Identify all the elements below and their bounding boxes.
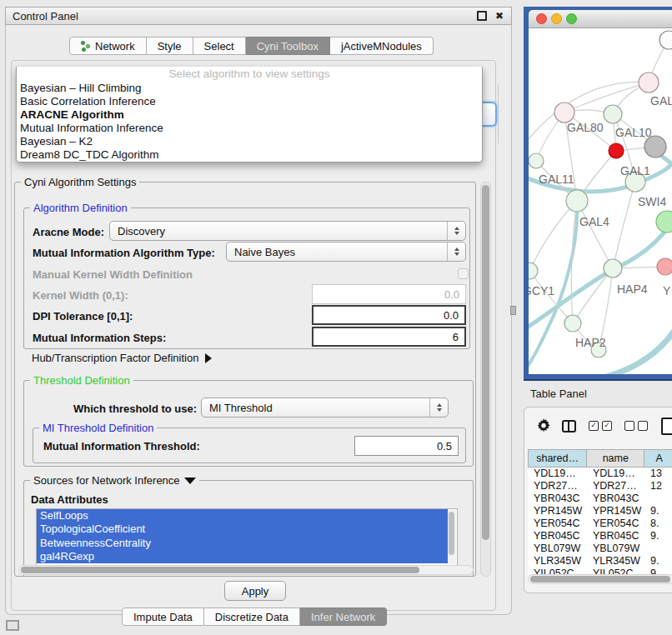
- algorithm-option[interactable]: ARACNE Algorithm: [17, 108, 482, 122]
- tab-network[interactable]: Network: [69, 37, 147, 55]
- table-row[interactable]: YBR045CYBR045C9.: [528, 530, 672, 542]
- tab-jactivemnodules[interactable]: jActiveMNodules: [330, 37, 434, 55]
- data-attribute-item[interactable]: SelfLoops: [37, 509, 448, 522]
- aracne-mode-combo[interactable]: Discovery: [109, 221, 466, 241]
- table-horizontal-scrollbar[interactable]: [528, 574, 672, 584]
- network-node-gcy1[interactable]: [529, 262, 538, 279]
- table-row[interactable]: YLR345WYLR345W9.: [528, 555, 672, 568]
- sources-title-text: Sources for Network Inference: [33, 474, 180, 487]
- table-row[interactable]: YBL079WYBL079W: [528, 542, 672, 555]
- network-node[interactable]: [656, 211, 672, 232]
- table-cell: 8.: [644, 518, 672, 530]
- hub-definition-label: Hub/Transcription Factor Definition: [32, 352, 198, 364]
- mi-steps-field[interactable]: 6: [312, 327, 466, 347]
- select-all-checks-icon[interactable]: ✓✓: [589, 421, 612, 431]
- mi-algorithm-type-value: Naive Bayes: [234, 246, 295, 258]
- control-panel-tabs: NetworkStyleSelectCyni ToolboxjActiveMNo…: [69, 37, 434, 55]
- column-header-2[interactable]: name: [587, 449, 644, 468]
- settings-vertical-scrollbar[interactable]: [480, 182, 491, 577]
- bottom-tab-infer-network[interactable]: Infer Network: [300, 608, 387, 626]
- table-row[interactable]: YDR27…YDR27…12: [528, 480, 672, 492]
- tab-style[interactable]: Style: [147, 37, 193, 55]
- table-cell: YDR27…: [587, 480, 644, 492]
- zoom-window-button[interactable]: [566, 13, 577, 24]
- algorithm-option[interactable]: Bayesian – K2: [17, 135, 482, 148]
- node-label: HAP4: [617, 282, 648, 296]
- table-row[interactable]: YER054CYER054C8.: [528, 518, 672, 530]
- table-cell: YER054C: [528, 518, 587, 530]
- algorithm-definition-title: Algorithm Definition: [30, 202, 131, 214]
- algorithm-option[interactable]: Bayesian – Hill Climbing: [17, 82, 482, 95]
- close-panel-icon[interactable]: ✖: [495, 11, 504, 21]
- mi-threshold-field[interactable]: 0.5: [354, 436, 459, 456]
- columns-icon[interactable]: [562, 420, 576, 432]
- document-icon[interactable]: [661, 418, 672, 435]
- data-attribute-item[interactable]: TopologicalCoefficient: [37, 522, 448, 536]
- deselect-all-checks-icon[interactable]: [624, 421, 648, 431]
- application-window: Control Panel ✖ NetworkStyleSelectCyni T…: [0, 0, 672, 635]
- table-row[interactable]: YDL19…YDL19…13: [528, 468, 672, 480]
- threshold-definition-title: Threshold Definition: [30, 374, 133, 387]
- tab-label: jActiveMNodules: [341, 40, 422, 52]
- data-attribute-item[interactable]: gal4RGexp: [37, 550, 448, 563]
- bottom-tab-discretize-data[interactable]: Discretize Data: [204, 608, 300, 626]
- network-node-gal1[interactable]: [609, 143, 624, 158]
- close-window-button[interactable]: [536, 13, 547, 24]
- network-node-gal11[interactable]: [529, 153, 544, 168]
- bottom-tab-impute-data[interactable]: Impute Data: [122, 608, 204, 626]
- column-header-1[interactable]: shared…: [528, 449, 587, 468]
- settings-horizontal-scrollbar[interactable]: [18, 565, 474, 575]
- table-row[interactable]: YBR043CYBR043C: [528, 492, 672, 505]
- combo-stepper-icon: [429, 398, 448, 417]
- apply-button[interactable]: Apply: [224, 581, 286, 601]
- dpi-tolerance-field[interactable]: 0.0: [312, 305, 466, 325]
- hub-definition-section[interactable]: Hub/Transcription Factor Definition: [32, 352, 212, 364]
- manual-kernel-checkbox[interactable]: [458, 268, 469, 279]
- mi-algorithm-type-label: Mutual Information Algorithm Type:: [33, 247, 215, 259]
- kernel-width-field[interactable]: 0.0: [312, 284, 466, 304]
- network-icon: [81, 41, 91, 52]
- which-threshold-combo[interactable]: MI Threshold: [201, 398, 449, 418]
- panel-divider-grip[interactable]: [510, 306, 516, 315]
- algorithm-option[interactable]: Mutual Information Inference: [17, 122, 482, 135]
- network-node-y[interactable]: [657, 258, 672, 275]
- minimized-panel-grip[interactable]: [6, 620, 19, 631]
- table-header-row: shared…nameA: [528, 449, 672, 468]
- float-panel-icon[interactable]: [477, 11, 487, 21]
- node-label: SWI4: [638, 195, 666, 208]
- algorithm-option[interactable]: Basic Correlation Inference: [17, 95, 482, 108]
- tab-cyni-toolbox[interactable]: Cyni Toolbox: [246, 37, 330, 55]
- manual-kernel-label: Manual Kernel Width Definition: [33, 268, 193, 281]
- network-node-gal80[interactable]: [554, 102, 574, 122]
- network-node-hap4[interactable]: [604, 259, 622, 278]
- minimize-window-button[interactable]: [551, 13, 562, 24]
- sources-group-title[interactable]: Sources for Network Inference: [30, 474, 199, 487]
- network-node-gal4[interactable]: [566, 190, 588, 212]
- table-cell: YDL19…: [587, 468, 644, 480]
- tab-select[interactable]: Select: [193, 37, 246, 55]
- mi-algorithm-type-combo[interactable]: Naive Bayes: [226, 242, 466, 262]
- table-row[interactable]: YPR145WYPR145W9.: [528, 505, 672, 518]
- data-attribute-item[interactable]: BetweennessCentrality: [37, 537, 448, 550]
- column-header-3[interactable]: A: [644, 449, 672, 468]
- threshold-definition-group: Threshold Definition Which threshold to …: [23, 380, 474, 467]
- network-window-titlebar: [529, 10, 672, 28]
- algorithm-dropdown-placeholder: Select algorithm to view settings: [17, 67, 482, 82]
- algorithm-option[interactable]: Dream8 DC_TDC Algorithm: [17, 148, 482, 162]
- table-cell: YBR043C: [528, 492, 587, 505]
- node-label: GCY1: [529, 284, 554, 298]
- table-cell: [644, 492, 672, 505]
- data-attributes-list[interactable]: SelfLoopsTopologicalCoefficientBetweenne…: [36, 508, 458, 566]
- network-node[interactable]: [659, 31, 672, 49]
- network-node-gal[interactable]: [639, 72, 659, 92]
- network-node-hap2[interactable]: [564, 315, 581, 332]
- gear-icon[interactable]: [536, 418, 551, 433]
- table-cell: YBL079W: [528, 542, 587, 555]
- network-canvas[interactable]: GALGAL80GAL10GAL1GAL11SWI4GAL4GCY1HAP4YH…: [529, 28, 672, 374]
- network-node-gal10[interactable]: [604, 105, 622, 123]
- combo-stepper-icon: [447, 242, 465, 261]
- bottom-tabs: Impute DataDiscretize DataInfer Network: [122, 608, 387, 626]
- node-label: GAL80: [567, 121, 604, 134]
- algorithm-dropdown-popup: Select algorithm to view settings Bayesi…: [16, 67, 483, 162]
- attributes-scrollbar[interactable]: [448, 510, 456, 564]
